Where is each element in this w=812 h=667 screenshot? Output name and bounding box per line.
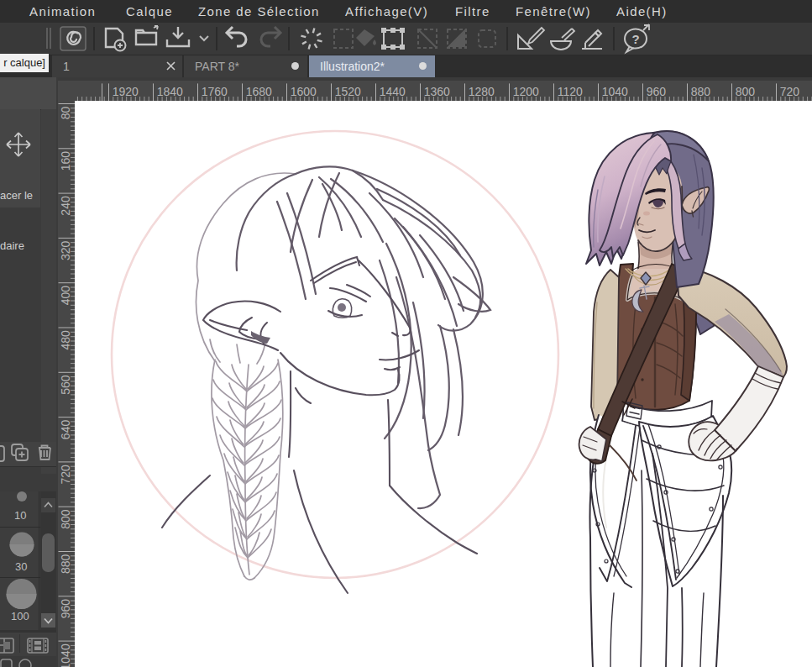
svg-text:80: 80 [59,106,72,119]
svg-text:1040: 1040 [602,85,628,98]
svg-text:400: 400 [59,286,72,306]
svg-text:880: 880 [59,554,72,574]
svg-text:720: 720 [59,465,72,485]
svg-text:480: 480 [59,330,72,350]
svg-text:800: 800 [59,509,72,529]
svg-text:1120: 1120 [558,85,583,98]
svg-text:880: 880 [691,85,711,98]
svg-text:960: 960 [59,599,72,619]
svg-text:800: 800 [736,85,756,98]
svg-text:720: 720 [780,85,800,98]
svg-text:1680: 1680 [246,85,272,98]
svg-text:1200: 1200 [513,85,539,98]
svg-text:960: 960 [647,85,667,98]
svg-text:1440: 1440 [380,85,406,98]
svg-text:320: 320 [59,240,72,260]
svg-text:1600: 1600 [291,85,317,98]
svg-text:?: ? [631,32,639,46]
svg-text:640: 640 [59,420,72,440]
svg-text:1760: 1760 [202,85,228,98]
svg-text:240: 240 [59,196,72,216]
svg-text:1280: 1280 [469,85,495,98]
svg-text:1520: 1520 [335,85,361,98]
svg-text:1040: 1040 [59,643,72,667]
svg-text:1840: 1840 [157,85,183,98]
svg-text:160: 160 [59,151,72,171]
svg-text:1920: 1920 [113,85,139,98]
svg-text:1360: 1360 [424,85,450,98]
svg-text:560: 560 [59,375,72,395]
